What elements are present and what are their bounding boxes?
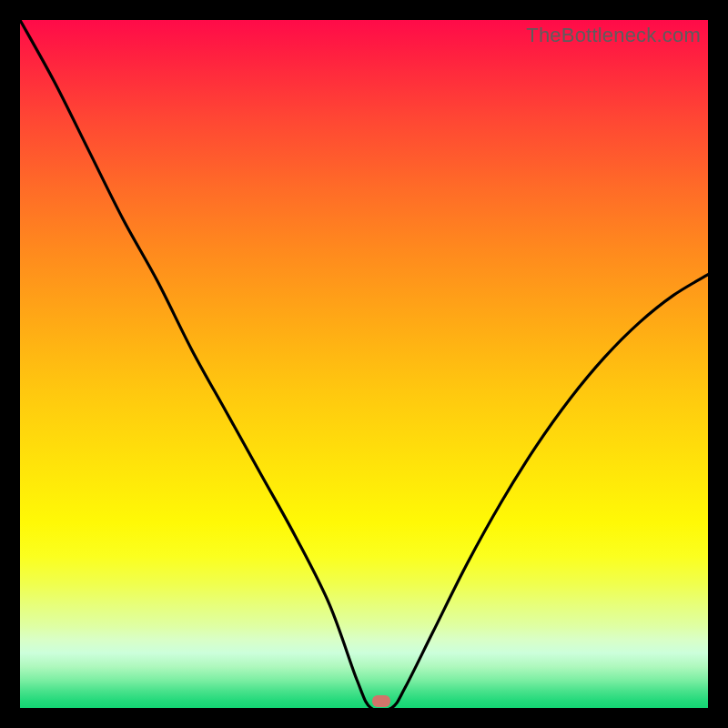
chart-frame: TheBottleneck.com <box>0 0 728 728</box>
bottleneck-curve <box>20 20 708 708</box>
optimal-marker <box>372 695 390 707</box>
curve-path <box>20 20 708 711</box>
plot-area: TheBottleneck.com <box>20 20 708 708</box>
